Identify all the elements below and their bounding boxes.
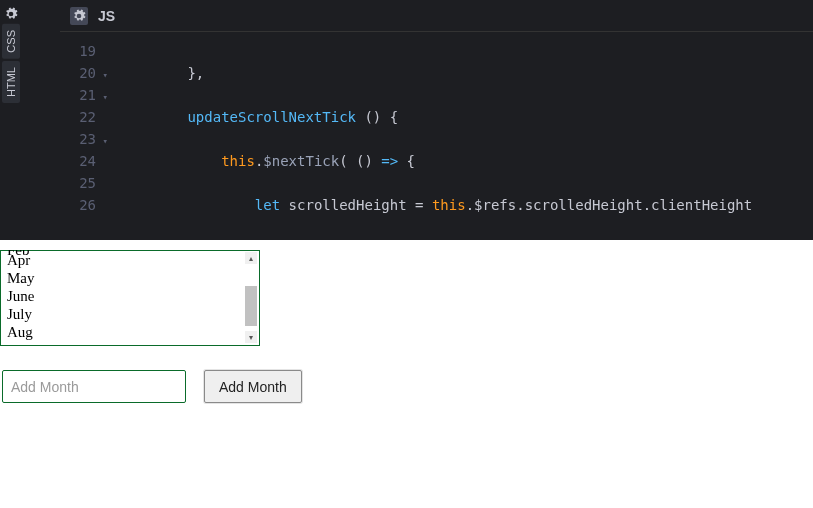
list-item[interactable]: Aug	[1, 323, 259, 341]
add-month-button[interactable]: Add Month	[204, 370, 302, 403]
side-tab-html[interactable]: HTML	[2, 61, 20, 103]
code-token: this	[221, 153, 255, 169]
code-token: $nextTick	[263, 153, 339, 169]
list-item[interactable]: July	[1, 305, 259, 323]
code-content[interactable]: }, updateScrollNextTick () { this.$nextT…	[102, 32, 813, 240]
editor-gutter-strip	[22, 0, 60, 240]
side-tab-css[interactable]: CSS	[2, 24, 20, 59]
code-token: () {	[356, 109, 398, 125]
scroll-up-icon[interactable]: ▴	[245, 252, 257, 264]
line-number: 24	[60, 150, 96, 172]
controls-row: Add Month	[2, 370, 302, 403]
list-item[interactable]: Apr	[1, 251, 259, 269]
list-item[interactable]: June	[1, 287, 259, 305]
line-number-gutter: 1920212223242526	[60, 32, 102, 240]
code-area[interactable]: 1920212223242526 }, updateScrollNextTick…	[60, 32, 813, 240]
line-number: 25	[60, 172, 96, 194]
js-editor: JS 1920212223242526 }, updateScrollNextT…	[60, 0, 813, 240]
scroll-down-icon[interactable]: ▾	[245, 331, 257, 343]
editor-title: JS	[98, 8, 115, 24]
code-token: let	[255, 197, 280, 213]
code-token: },	[187, 65, 204, 81]
code-token: =>	[381, 153, 398, 169]
code-token: updateScrollNextTick	[187, 109, 356, 125]
line-number: 26	[60, 194, 96, 216]
scroll-thumb[interactable]	[245, 286, 257, 326]
gear-icon[interactable]	[70, 7, 88, 25]
code-token: this	[432, 197, 466, 213]
line-number: 23	[60, 128, 96, 150]
line-number: 22	[60, 106, 96, 128]
output-region: Feb AprMayJuneJulyAug ▴ ▾ Add Month	[0, 240, 813, 508]
code-token: .$refs.scrolledHeight.clientHeight	[466, 197, 753, 213]
line-number: 21	[60, 84, 96, 106]
line-number: 19	[60, 40, 96, 62]
editor-region: CSS HTML JS 1920212223242526 }, updateSc…	[0, 0, 813, 240]
month-input[interactable]	[2, 370, 186, 403]
list-item[interactable]: May	[1, 269, 259, 287]
month-listbox[interactable]: Feb AprMayJuneJulyAug ▴ ▾	[0, 250, 260, 346]
code-token: scrolledHeight	[289, 197, 407, 213]
scrollbar[interactable]: ▴ ▾	[245, 252, 257, 343]
editor-header: JS	[60, 0, 813, 32]
side-tabs: CSS HTML	[0, 0, 22, 240]
gear-icon[interactable]	[3, 6, 19, 22]
line-number: 20	[60, 62, 96, 84]
